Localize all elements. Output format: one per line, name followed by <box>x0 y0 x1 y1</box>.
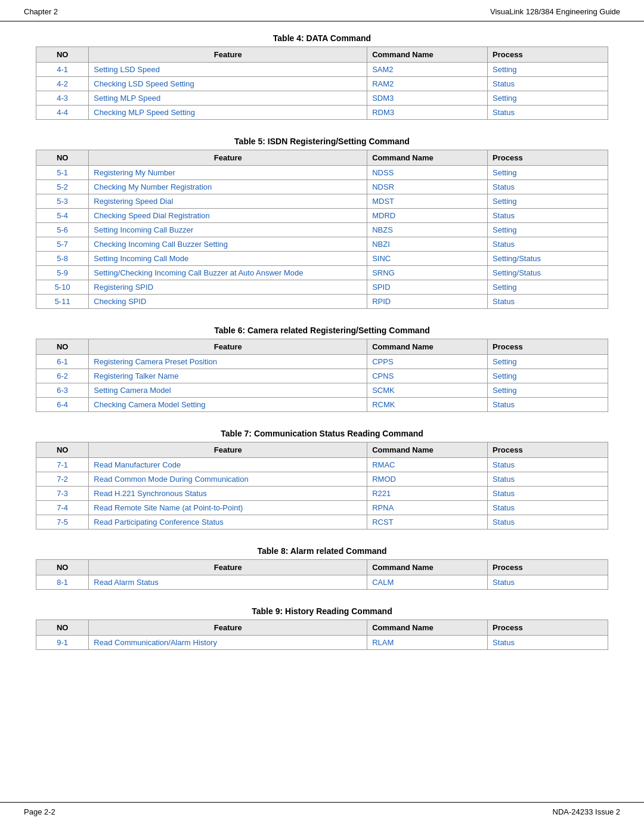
feature-text: Checking Speed Dial Registration <box>94 211 209 220</box>
cell-command: SRNG <box>367 266 488 280</box>
cell-feature: Checking My Number Registration <box>89 180 367 194</box>
cell-process: Setting <box>488 223 608 237</box>
cell-command: MDST <box>367 194 488 209</box>
command-text: RLAM <box>372 638 394 647</box>
cell-command: RPID <box>367 295 488 309</box>
table-row: 6-1Registering Camera Preset PositionCPP… <box>36 355 608 369</box>
cell-command: RCMK <box>367 398 488 412</box>
table-row: 5-1Registering My NumberNDSSSetting <box>36 166 608 180</box>
col-header-command-name: Command Name <box>367 47 488 63</box>
cell-process: Status <box>488 501 608 515</box>
cell-command: SINC <box>367 252 488 266</box>
cell-feature: Setting LSD Speed <box>89 63 367 77</box>
feature-text: Registering SPID <box>94 283 153 292</box>
cell-feature: Checking Incoming Call Buzzer Setting <box>89 237 367 252</box>
feature-text: Registering Talker Name <box>94 371 178 380</box>
section-table7: Table 7: Communication Status Reading Co… <box>36 429 608 529</box>
process-text: Status <box>493 475 515 484</box>
cell-feature: Checking MLP Speed Setting <box>89 106 367 120</box>
cell-feature: Read H.221 Synchronous Status <box>89 487 367 501</box>
page-content: Table 4: DATA CommandNOFeatureCommand Na… <box>0 21 644 702</box>
table-row: 7-3Read H.221 Synchronous StatusR221Stat… <box>36 487 608 501</box>
table-table4: NOFeatureCommand NameProcess4-1Setting L… <box>36 47 608 120</box>
row-number: 6-4 <box>57 400 68 409</box>
cell-feature: Registering My Number <box>89 166 367 180</box>
table-row: 7-1Read Manufacturer CodeRMACStatus <box>36 458 608 472</box>
command-text: RMOD <box>372 475 396 484</box>
process-text: Status <box>493 297 515 306</box>
cell-process: Setting <box>488 166 608 180</box>
cell-command: RDM3 <box>367 106 488 120</box>
feature-text: Read Manufacturer Code <box>94 460 181 469</box>
cell-command: SAM2 <box>367 63 488 77</box>
feature-text: Setting Incoming Call Mode <box>94 254 188 263</box>
cell-process: Status <box>488 458 608 472</box>
table-row: 5-3Registering Speed DialMDSTSetting <box>36 194 608 209</box>
process-text: Setting/Status <box>493 254 541 263</box>
cell-feature: Checking SPID <box>89 295 367 309</box>
cell-no: 5-6 <box>36 223 89 237</box>
cell-no: 5-2 <box>36 180 89 194</box>
process-text: Status <box>493 503 515 512</box>
col-header-process: Process <box>488 47 608 63</box>
process-text: Setting <box>493 386 516 395</box>
table-table5: NOFeatureCommand NameProcess5-1Registeri… <box>36 150 608 309</box>
command-text: MDRD <box>372 211 395 220</box>
cell-command: RAM2 <box>367 77 488 91</box>
cell-process: Setting <box>488 383 608 398</box>
row-number: 5-11 <box>55 297 70 306</box>
cell-no: 5-4 <box>36 209 89 223</box>
cell-no: 5-7 <box>36 237 89 252</box>
feature-text: Read Remote Site Name (at Point-to-Point… <box>94 503 243 512</box>
row-number: 8-1 <box>57 578 68 587</box>
title-table4: Table 4: DATA Command <box>36 33 608 43</box>
cell-feature: Registering Camera Preset Position <box>89 355 367 369</box>
col-header-no: NO <box>36 442 89 458</box>
col-header-process: Process <box>488 339 608 355</box>
feature-text: Checking Camera Model Setting <box>94 400 205 409</box>
cell-process: Status <box>488 515 608 529</box>
section-table8: Table 8: Alarm related CommandNOFeatureC… <box>36 546 608 590</box>
row-number: 4-1 <box>57 65 68 74</box>
command-text: RMAC <box>372 460 395 469</box>
cell-process: Setting <box>488 91 608 106</box>
table-row: 7-5Read Participating Conference StatusR… <box>36 515 608 529</box>
cell-process: Status <box>488 487 608 501</box>
table-row: 8-1Read Alarm StatusCALMStatus <box>36 575 608 590</box>
col-header-feature: Feature <box>89 620 367 636</box>
table-table9: NOFeatureCommand NameProcess9-1Read Comm… <box>36 620 608 650</box>
page-footer: Page 2-2 NDA-24233 Issue 2 <box>0 802 644 821</box>
cell-no: 6-4 <box>36 398 89 412</box>
cell-no: 7-5 <box>36 515 89 529</box>
col-header-command-name: Command Name <box>367 560 488 575</box>
cell-command: NBZS <box>367 223 488 237</box>
command-text: R221 <box>372 489 391 498</box>
col-header-feature: Feature <box>89 47 367 63</box>
command-text: SDM3 <box>372 94 394 103</box>
title-table6: Table 6: Camera related Registering/Sett… <box>36 326 608 335</box>
cell-process: Setting <box>488 63 608 77</box>
row-number: 6-1 <box>57 357 68 366</box>
header-right: VisuaLink 128/384 Engineering Guide <box>490 7 620 16</box>
col-header-no: NO <box>36 620 89 636</box>
cell-command: NDSR <box>367 180 488 194</box>
col-header-command-name: Command Name <box>367 339 488 355</box>
col-header-no: NO <box>36 339 89 355</box>
command-text: MDST <box>372 197 394 206</box>
cell-no: 6-2 <box>36 369 89 383</box>
table-row: 7-2Read Common Mode During Communication… <box>36 472 608 487</box>
process-text: Status <box>493 182 515 191</box>
cell-feature: Read Communication/Alarm History <box>89 636 367 650</box>
cell-command: SPID <box>367 280 488 295</box>
cell-feature: Setting Incoming Call Mode <box>89 252 367 266</box>
title-table7: Table 7: Communication Status Reading Co… <box>36 429 608 438</box>
cell-feature: Read Alarm Status <box>89 575 367 590</box>
table-row: 5-4Checking Speed Dial RegistrationMDRDS… <box>36 209 608 223</box>
cell-no: 5-9 <box>36 266 89 280</box>
cell-command: RCST <box>367 515 488 529</box>
feature-text: Setting/Checking Incoming Call Buzzer at… <box>94 268 303 277</box>
cell-no: 6-3 <box>36 383 89 398</box>
feature-text: Read Alarm Status <box>94 578 158 587</box>
cell-feature: Read Remote Site Name (at Point-to-Point… <box>89 501 367 515</box>
table-row: 5-9Setting/Checking Incoming Call Buzzer… <box>36 266 608 280</box>
